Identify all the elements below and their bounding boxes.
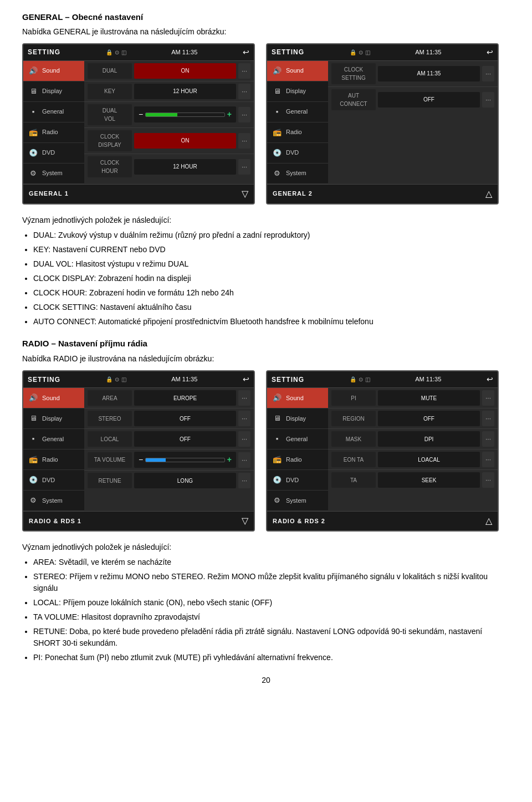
sidebar-item-system-2[interactable]: ⚙ System xyxy=(267,164,328,184)
row-ta: TA SEEK ··· xyxy=(328,470,498,490)
ta-plus-icon[interactable]: + xyxy=(227,454,232,466)
sidebar-item-sound-1[interactable]: 🔊 Sound xyxy=(23,61,84,81)
back-button-2[interactable]: ↩ xyxy=(487,47,493,58)
radio-screen-time-1: AM 11:35 xyxy=(171,375,197,384)
row-area-dots[interactable]: ··· xyxy=(238,390,250,406)
sidebar-item-radio-1[interactable]: 📻 Radio xyxy=(23,122,84,143)
radio-sidebar-general-2[interactable]: ▪ General xyxy=(267,429,328,449)
radio-screens-row: SETTING 🔒 ⊙ ◫ AM 11:35 ↩ 🔊 Sound 🖥 Displ… xyxy=(22,370,510,532)
radio-sidebar-radio-2[interactable]: 📻 Radio xyxy=(267,449,328,470)
content-area-1: DUAL ON ··· KEY 12 HOUR ··· DUALVOL − xyxy=(84,61,254,184)
sidebar-item-dvd-1[interactable]: 💿 DVD xyxy=(23,143,84,164)
row-local-dots[interactable]: ··· xyxy=(238,431,250,447)
screen-body-1: 🔊 Sound 🖥 Display ▪ General 📻 Radio 💿 xyxy=(23,61,254,184)
radio-signal-icon-2: ◫ xyxy=(365,375,370,384)
ta-minus-icon[interactable]: − xyxy=(139,454,143,466)
radio-footer-arrow-1[interactable]: ▽ xyxy=(242,514,248,528)
status-icons-1: 🔒 ⊙ ◫ xyxy=(106,48,126,57)
radio-sidebar-dvd-2[interactable]: 💿 DVD xyxy=(267,470,328,491)
row-eon-ta-value: LOACAL xyxy=(378,452,480,467)
row-stereo-dots[interactable]: ··· xyxy=(238,411,250,426)
minus-icon[interactable]: − xyxy=(139,109,143,120)
row-dual-vol-dots[interactable]: ··· xyxy=(238,107,250,122)
radio-header-2: SETTING 🔒 ⊙ ◫ AM 11:35 ↩ xyxy=(267,371,498,388)
row-aut-connect: AUTCONNECT OFF ··· xyxy=(328,87,498,113)
footer-arrow-2[interactable]: △ xyxy=(485,187,492,201)
row-key-dots[interactable]: ··· xyxy=(238,84,250,99)
general-meaning-text: Význam jednotlivých položek je následují… xyxy=(22,214,510,328)
sidebar-item-display-2[interactable]: 🖥 Display xyxy=(267,81,328,102)
row-mask-dots[interactable]: ··· xyxy=(482,431,494,447)
bullet-clock-display: CLOCK DISPLAY: Zobrazení hodin na disple… xyxy=(33,273,510,284)
radio-sidebar-system-1[interactable]: ⚙ System xyxy=(23,491,84,511)
radio-icon-1: 📻 xyxy=(28,127,39,138)
sidebar-general-label-1: General xyxy=(42,107,64,116)
radio-sidebar-sound-1[interactable]: 🔊 Sound xyxy=(23,388,84,408)
radio-sidebar-general-1[interactable]: ▪ General xyxy=(23,429,84,449)
sidebar-item-sound-2[interactable]: 🔊 Sound xyxy=(267,61,328,81)
sidebar-item-dvd-2[interactable]: 💿 DVD xyxy=(267,143,328,164)
row-clock-display-label: CLOCKDISPLAY xyxy=(88,130,132,151)
row-stereo: STEREO OFF ··· xyxy=(84,408,254,429)
row-eon-ta-dots[interactable]: ··· xyxy=(482,452,494,467)
row-retune: RETUNE LONG ··· xyxy=(84,471,254,491)
general-screen-1: SETTING 🔒 ⊙ ◫ AM 11:35 ↩ 🔊 Sound 🖥 Displ… xyxy=(22,43,255,205)
radio-sidebar-system-2[interactable]: ⚙ System xyxy=(267,491,328,511)
radio-dvd-label-2: DVD xyxy=(286,476,299,485)
row-dual-dots[interactable]: ··· xyxy=(238,63,250,79)
row-ta-dots[interactable]: ··· xyxy=(482,472,494,488)
row-clock-display-dots[interactable]: ··· xyxy=(238,133,250,149)
radio-display-icon-2: 🖥 xyxy=(272,413,283,424)
radio-sidebar-dvd-1[interactable]: 💿 DVD xyxy=(23,470,84,491)
row-region-dots[interactable]: ··· xyxy=(482,411,494,426)
radio-media-icon-2: ⊙ xyxy=(359,375,363,384)
row-retune-value: LONG xyxy=(134,473,236,488)
row-ta-label: TA xyxy=(331,472,376,488)
radio-sidebar-radio-1[interactable]: 📻 Radio xyxy=(23,449,84,470)
radio-sidebar-display-1[interactable]: 🖥 Display xyxy=(23,408,84,429)
sidebar-item-general-1[interactable]: ▪ General xyxy=(23,102,84,122)
row-local-label: LOCAL xyxy=(88,431,132,447)
row-clock-setting-label: CLOCKSETTING xyxy=(331,63,376,84)
radio-screen-footer-1: RADIO & RDS 1 ▽ xyxy=(23,511,254,530)
radio-status-icons-1: 🔒 ⊙ ◫ xyxy=(106,375,126,384)
radio-dvd-icon-2: 💿 xyxy=(272,474,283,486)
radio-meaning-intro: Význam jednotlivých položek je následují… xyxy=(22,542,510,553)
sidebar-item-system-1[interactable]: ⚙ System xyxy=(23,164,84,184)
footer-arrow-1[interactable]: ▽ xyxy=(242,187,248,201)
radio-sidebar-display-2[interactable]: 🖥 Display xyxy=(267,408,328,429)
radio-content-area-1: AREA EUROPE ··· STEREO OFF ··· LOCAL OFF… xyxy=(84,388,254,511)
radio-footer-arrow-2[interactable]: △ xyxy=(485,514,492,528)
row-eon-ta-label: EON TA xyxy=(331,452,376,467)
screen-title-1: SETTING xyxy=(28,47,60,57)
sidebar-display-label-2: Display xyxy=(286,86,306,96)
dvd-icon-2: 💿 xyxy=(272,147,283,159)
general-icon-1: ▪ xyxy=(28,106,39,118)
row-aut-connect-dots[interactable]: ··· xyxy=(482,92,494,108)
radio-general-label-1: General xyxy=(42,435,64,444)
row-clock-hour-dots[interactable]: ··· xyxy=(238,159,250,175)
radio-screen-1: SETTING 🔒 ⊙ ◫ AM 11:35 ↩ 🔊 Sound 🖥 Displ… xyxy=(22,370,255,532)
row-retune-dots[interactable]: ··· xyxy=(238,473,250,488)
radio-sound-icon-1: 🔊 xyxy=(28,392,39,403)
back-button-1[interactable]: ↩ xyxy=(243,47,249,58)
plus-icon[interactable]: + xyxy=(227,109,232,120)
sidebar-item-display-1[interactable]: 🖥 Display xyxy=(23,81,84,102)
row-pi-dots[interactable]: ··· xyxy=(482,390,494,406)
row-ta-volume-label: TA VOLUME xyxy=(88,452,132,468)
row-ta-volume-dots[interactable]: ··· xyxy=(238,452,250,468)
system-icon-1: ⚙ xyxy=(28,168,39,179)
row-clock-setting-dots[interactable]: ··· xyxy=(482,66,494,81)
media-icon-2: ⊙ xyxy=(359,48,363,57)
radio-screen-title-1: SETTING xyxy=(28,375,60,385)
radio-sidebar-1: 🔊 Sound 🖥 Display ▪ General 📻 Radio 💿 xyxy=(23,388,84,511)
signal-icon-2: ◫ xyxy=(365,48,370,57)
radio-sidebar-sound-2[interactable]: 🔊 Sound xyxy=(267,388,328,408)
radio-back-button-2[interactable]: ↩ xyxy=(487,374,493,385)
radio-back-button-1[interactable]: ↩ xyxy=(243,374,249,385)
row-local: LOCAL OFF ··· xyxy=(84,429,254,449)
radio-lock-icon-1: 🔒 xyxy=(106,375,112,384)
sidebar-item-radio-2[interactable]: 📻 Radio xyxy=(267,122,328,143)
sidebar-item-general-2[interactable]: ▪ General xyxy=(267,102,328,122)
row-stereo-value: OFF xyxy=(134,411,236,426)
